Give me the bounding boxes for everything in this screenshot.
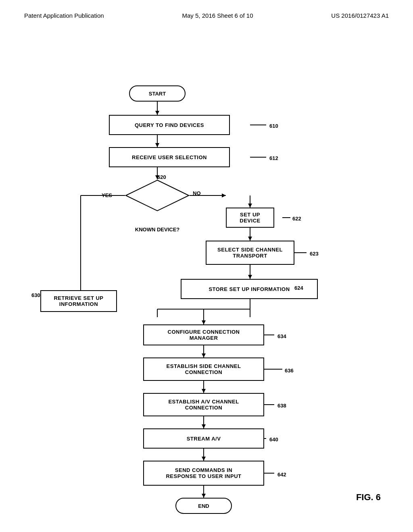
label-640: 640 bbox=[269, 436, 278, 443]
label-620: 620 bbox=[157, 174, 166, 180]
svg-marker-13 bbox=[248, 275, 252, 279]
start-node: START bbox=[129, 85, 186, 102]
svg-marker-9 bbox=[248, 204, 252, 208]
svg-marker-43 bbox=[126, 180, 189, 211]
stream-node: STREAM A/V bbox=[143, 428, 264, 449]
retrieve-node: RETRIEVE SET UP INFORMATION bbox=[40, 290, 117, 312]
no-label: NO bbox=[193, 190, 201, 196]
label-630: 630 bbox=[31, 292, 40, 298]
svg-marker-24 bbox=[202, 353, 206, 357]
svg-marker-1 bbox=[155, 111, 159, 115]
svg-marker-30 bbox=[202, 457, 206, 461]
configure-node: CONFIGURE CONNECTION MANAGER bbox=[143, 324, 264, 345]
header: Patent Application Publication May 5, 20… bbox=[0, 0, 413, 23]
end-node: END bbox=[175, 498, 232, 514]
svg-marker-11 bbox=[248, 237, 252, 241]
header-right: US 2016/0127423 A1 bbox=[331, 12, 389, 19]
svg-marker-28 bbox=[202, 424, 206, 428]
label-624: 624 bbox=[294, 285, 303, 291]
diagram: START QUERY TO FIND DEVICES 610 RECEIVE … bbox=[0, 23, 413, 519]
header-center: May 5, 2016 Sheet 6 of 10 bbox=[182, 12, 253, 19]
label-636: 636 bbox=[285, 368, 294, 374]
svg-marker-32 bbox=[202, 494, 206, 498]
svg-marker-22 bbox=[202, 320, 206, 324]
establish-av-node: ESTABLISH A/V CHANNEL CONNECTION bbox=[143, 393, 264, 416]
query-node: QUERY TO FIND DEVICES bbox=[109, 115, 230, 135]
label-623: 623 bbox=[310, 251, 319, 257]
svg-marker-3 bbox=[155, 143, 159, 147]
label-612: 612 bbox=[269, 155, 278, 161]
label-610: 610 bbox=[269, 123, 278, 129]
label-622: 622 bbox=[292, 216, 301, 222]
establish-side-node: ESTABLISH SIDE CHANNEL CONNECTION bbox=[143, 357, 264, 381]
svg-marker-7 bbox=[222, 193, 226, 197]
known-device-diamond: KNOWN DEVICE? bbox=[125, 179, 190, 212]
header-left: Patent Application Publication bbox=[24, 12, 104, 19]
svg-marker-26 bbox=[202, 389, 206, 393]
setup-device-node: SET UP DEVICE bbox=[226, 208, 274, 228]
figure-label: FIG. 6 bbox=[356, 492, 381, 503]
yes-label: YES bbox=[102, 192, 112, 198]
label-634: 634 bbox=[277, 333, 286, 339]
receive-node: RECEIVE USER SELECTION bbox=[109, 147, 230, 167]
label-638: 638 bbox=[277, 403, 286, 409]
label-642: 642 bbox=[277, 472, 286, 478]
send-commands-node: SEND COMMANDS IN RESPONSE TO USER INPUT bbox=[143, 461, 264, 486]
select-side-node: SELECT SIDE CHANNEL TRANSPORT bbox=[206, 241, 294, 265]
